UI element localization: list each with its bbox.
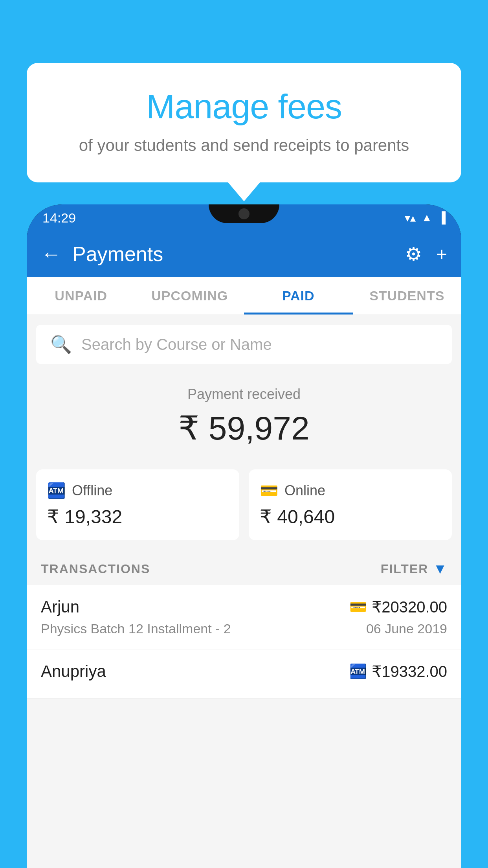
- transaction-course: Physics Batch 12 Installment - 2: [41, 621, 231, 636]
- tooltip-subtitle: of your students and send receipts to pa…: [54, 136, 434, 155]
- status-icons: ▾▴ ▲ ▐: [405, 211, 446, 224]
- feature-tooltip: Manage fees of your students and send re…: [27, 63, 461, 182]
- status-time: 14:29: [42, 210, 76, 226]
- transaction-item-arjun[interactable]: Arjun 💳 ₹20320.00 Physics Batch 12 Insta…: [27, 585, 461, 649]
- page-title: Payments: [72, 242, 405, 266]
- filter-area[interactable]: FILTER ▼: [381, 561, 447, 577]
- tooltip-title: Manage fees: [54, 86, 434, 127]
- tab-unpaid[interactable]: UNPAID: [27, 277, 136, 314]
- transactions-header: TRANSACTIONS FILTER ▼: [27, 553, 461, 585]
- tab-students[interactable]: STUDENTS: [353, 277, 462, 314]
- signal-icon: ▲: [421, 211, 432, 224]
- offline-card-header: 🏧 Offline: [47, 482, 228, 499]
- payment-received-section: Payment received ₹ 59,972: [27, 370, 461, 469]
- wifi-icon: ▾▴: [405, 211, 416, 224]
- search-icon: 🔍: [50, 334, 72, 355]
- offline-icon: 🏧: [47, 482, 66, 499]
- online-payment-card: 💳 Online ₹ 40,640: [249, 469, 452, 540]
- filter-icon: ▼: [433, 561, 447, 577]
- filter-label: FILTER: [381, 562, 429, 576]
- online-amount: ₹ 40,640: [260, 506, 441, 528]
- transaction-item-anupriya[interactable]: Anupriya 🏧 ₹19332.00: [27, 649, 461, 699]
- camera: [238, 208, 250, 219]
- offline-label: Offline: [72, 482, 112, 499]
- search-placeholder: Search by Course or Name: [81, 336, 272, 353]
- transaction-name: Arjun: [41, 598, 79, 616]
- phone-frame: 14:29 ▾▴ ▲ ▐ ← Payments ⚙ + UNPAID UPCOM…: [27, 204, 461, 868]
- phone-notch: [209, 204, 279, 223]
- transactions-label: TRANSACTIONS: [41, 562, 150, 576]
- settings-button[interactable]: ⚙: [405, 243, 422, 265]
- transaction-amount-area: 💳 ₹20320.00: [349, 598, 447, 616]
- online-card-header: 💳 Online: [260, 482, 441, 499]
- payment-received-label: Payment received: [36, 386, 452, 403]
- online-icon: 💳: [260, 482, 278, 499]
- offline-payment-card: 🏧 Offline ₹ 19,332: [36, 469, 239, 540]
- content-area: 🔍 Search by Course or Name Payment recei…: [27, 315, 461, 868]
- search-bar[interactable]: 🔍 Search by Course or Name: [36, 325, 452, 364]
- transaction-row1: Arjun 💳 ₹20320.00: [41, 598, 447, 616]
- transaction-amount-area-anupriya: 🏧 ₹19332.00: [349, 662, 447, 680]
- transaction-offline-icon: 🏧: [349, 663, 367, 680]
- tabs-bar: UNPAID UPCOMING PAID STUDENTS: [27, 277, 461, 315]
- transaction-date: 06 June 2019: [366, 621, 447, 636]
- transaction-card-icon: 💳: [349, 599, 367, 615]
- battery-icon: ▐: [438, 211, 446, 224]
- payment-cards: 🏧 Offline ₹ 19,332 💳 Online ₹ 40,640: [27, 469, 461, 553]
- app-bar-actions: ⚙ +: [405, 243, 447, 265]
- back-button[interactable]: ←: [41, 242, 61, 266]
- transaction-amount: ₹20320.00: [372, 598, 447, 616]
- transaction-row2: Physics Batch 12 Installment - 2 06 June…: [41, 621, 447, 636]
- offline-amount: ₹ 19,332: [47, 506, 228, 528]
- online-label: Online: [284, 482, 325, 499]
- transaction-amount-anupriya: ₹19332.00: [372, 662, 447, 680]
- transaction-name-anupriya: Anupriya: [41, 662, 106, 681]
- tab-upcoming[interactable]: UPCOMING: [136, 277, 244, 314]
- app-bar: ← Payments ⚙ +: [27, 231, 461, 277]
- payment-received-amount: ₹ 59,972: [36, 409, 452, 447]
- transaction-row1-anupriya: Anupriya 🏧 ₹19332.00: [41, 662, 447, 681]
- tab-paid[interactable]: PAID: [244, 277, 353, 314]
- add-button[interactable]: +: [436, 243, 447, 265]
